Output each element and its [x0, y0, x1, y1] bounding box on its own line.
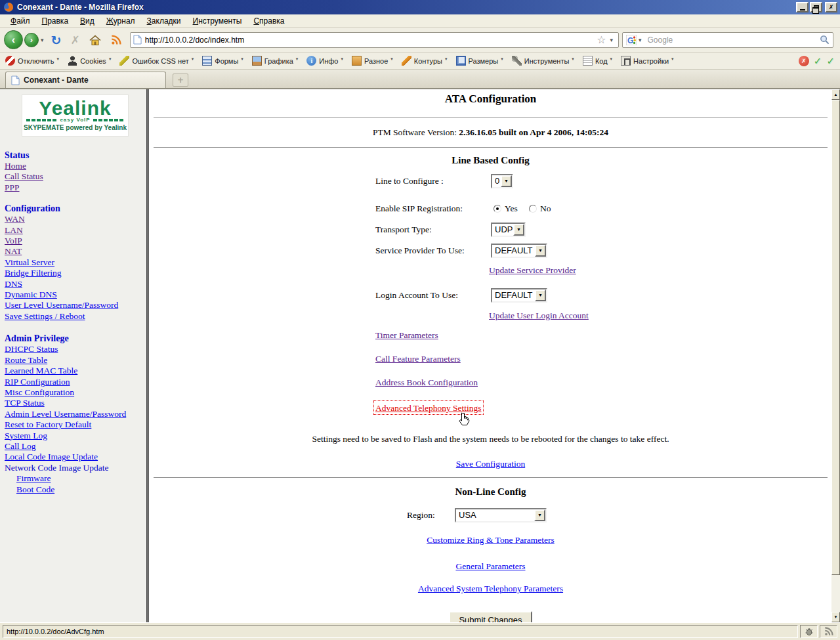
devbar-item-css-errors[interactable]: Ошибок CSS нет▾ [119, 56, 194, 66]
devbar-item-source[interactable]: Код▾ [583, 56, 612, 66]
devbar-item-misc[interactable]: Разное▾ [352, 56, 393, 66]
sidebar-item-route-table[interactable]: Route Table [5, 355, 146, 366]
sidebar-item-learned-mac-table[interactable]: Learned MAC Table [5, 366, 146, 376]
vertical-scrollbar[interactable]: ▲ ▼ [831, 89, 840, 622]
sidebar-item-boot-code[interactable]: Boot Code [16, 484, 146, 495]
restore-button[interactable] [810, 2, 822, 12]
menu-file[interactable]: Файл [6, 15, 35, 27]
sidebar-item-save-settings-reboot[interactable]: Save Settings / Reboot [5, 311, 146, 322]
region-select[interactable]: USA ▼ [455, 508, 547, 523]
sidebar-item-admin-level-password[interactable]: Admin Level Username/Password [5, 409, 146, 419]
devbar-item-images[interactable]: Графика▾ [252, 56, 298, 66]
advanced-system-telephony-link[interactable]: Advanced System Telephony Parameters [418, 584, 563, 593]
sidebar-item-call-status[interactable]: Call Status [5, 171, 146, 182]
new-tab-button[interactable]: + [173, 74, 188, 87]
devbar-item-resize[interactable]: Размеры▾ [456, 56, 503, 66]
scroll-down-button[interactable]: ▼ [831, 612, 840, 622]
sidebar-item-ppp[interactable]: PPP [5, 182, 146, 193]
url-dropdown-button[interactable]: ▾ [610, 37, 613, 43]
navigation-toolbar: ‹ › ▾ ↻ ✗ ☆ ▾ G ▾ [0, 28, 840, 53]
sidebar-item-call-log[interactable]: Call Log [5, 441, 146, 452]
menu-help[interactable]: Справка [249, 15, 289, 27]
submit-changes-button[interactable]: Submit Changes [449, 611, 532, 622]
menu-edit[interactable]: Правка [37, 15, 74, 27]
devbar-item-disable[interactable]: Отключить▾ [5, 56, 59, 66]
save-configuration-link[interactable]: Save Configuration [456, 459, 525, 469]
search-bar[interactable]: G ▾ [622, 32, 833, 48]
customize-ring-tone-link[interactable]: Customize Ring & Tone Parameters [427, 535, 555, 545]
magnifier-icon[interactable] [820, 35, 830, 45]
sidebar-item-tcp-status[interactable]: TCP Status [5, 398, 146, 408]
service-provider-select[interactable]: DEFAULT ▼ [491, 244, 547, 258]
sidebar-item-voip[interactable]: VoIP [5, 236, 146, 246]
location-bar[interactable]: ☆ ▾ [130, 32, 619, 48]
sidebar-item-dynamic-dns[interactable]: Dynamic DNS [5, 289, 146, 300]
sidebar-item-rip-configuration[interactable]: RIP Configuration [5, 377, 146, 387]
login-account-select[interactable]: DEFAULT ▼ [491, 288, 547, 303]
search-engine-dropdown[interactable]: ▾ [639, 37, 642, 43]
history-dropdown-button[interactable]: ▾ [41, 37, 44, 43]
sidebar-item-wan[interactable]: WAN [5, 214, 146, 224]
transport-type-select[interactable]: UDP ▼ [491, 223, 526, 237]
scrollbar-thumb[interactable] [831, 100, 840, 575]
sidebar-item-system-log[interactable]: System Log [5, 431, 146, 441]
sip-yes-radio[interactable] [494, 205, 501, 213]
devbar-item-forms[interactable]: Формы▾ [202, 56, 243, 66]
address-book-configuration-link[interactable]: Address Book Configuration [375, 377, 478, 388]
sidebar-item-reset-factory-default[interactable]: Reset to Factory Default [5, 419, 146, 430]
devbar-item-cookies[interactable]: Cookies▾ [68, 56, 111, 66]
update-service-provider-link[interactable]: Update Service Provider [489, 265, 576, 276]
restore-icon [814, 5, 819, 10]
menu-bookmarks[interactable]: Закладки [142, 15, 186, 27]
line-to-configure-select[interactable]: 0 ▼ [491, 174, 513, 188]
sip-no-label: No [540, 203, 551, 213]
url-input[interactable] [145, 35, 595, 45]
sip-no-radio[interactable] [529, 205, 537, 213]
menu-tools[interactable]: Инструменты [188, 15, 247, 27]
sidebar-item-lan[interactable]: LAN [5, 225, 146, 236]
devbar-item-options[interactable]: Настройки▾ [621, 56, 673, 66]
sidebar-item-local-code-image-update[interactable]: Local Code Image Update [5, 452, 146, 462]
menu-history[interactable]: Журнал [102, 15, 140, 27]
css-valid-icon[interactable]: ✓ [814, 55, 822, 67]
devbar-item-tools[interactable]: Инструменты▾ [512, 56, 574, 66]
sidebar-item-virtual-server[interactable]: Virtual Server [5, 257, 146, 268]
scroll-up-button[interactable]: ▲ [831, 89, 840, 100]
back-button[interactable]: ‹ [4, 30, 23, 49]
live-bookmarks-panel[interactable] [820, 625, 837, 638]
sidebar-item-home[interactable]: Home [5, 161, 146, 171]
bookmark-star-icon[interactable]: ☆ [597, 33, 606, 46]
submit-row: Submit Changes [150, 611, 831, 622]
menu-view[interactable]: Вид [75, 15, 99, 27]
firebug-panel[interactable] [800, 625, 818, 638]
js-valid-icon[interactable]: ✓ [826, 55, 835, 67]
home-button[interactable] [89, 34, 101, 46]
select-arrow-icon[interactable]: ▼ [534, 509, 545, 521]
close-button[interactable]: ✗ [825, 2, 837, 12]
select-arrow-icon[interactable]: ▼ [513, 224, 524, 236]
search-input[interactable] [648, 35, 820, 45]
sidebar-item-user-level-password[interactable]: User Level Username/Password [5, 300, 146, 310]
refresh-button[interactable]: ↻ [51, 33, 62, 47]
sidebar-item-firmware[interactable]: Firmware [16, 473, 146, 484]
sidebar-item-nat[interactable]: NAT [5, 246, 146, 257]
advanced-telephony-settings-link[interactable]: Advanced Telephony Settings [375, 403, 482, 413]
minimize-button[interactable] [796, 2, 808, 12]
general-parameters-link[interactable]: General Parameters [455, 561, 525, 571]
sidebar-item-bridge-filtering[interactable]: Bridge Filtering [5, 268, 146, 278]
select-arrow-icon[interactable]: ▼ [535, 289, 546, 301]
error-indicator-icon[interactable]: ✗ [799, 56, 809, 66]
rss-button[interactable] [110, 34, 122, 46]
timer-parameters-link[interactable]: Timer Parameters [375, 330, 438, 341]
select-arrow-icon[interactable]: ▼ [501, 175, 512, 187]
forward-button[interactable]: › [24, 33, 39, 47]
call-feature-parameters-link[interactable]: Call Feature Parameters [375, 354, 461, 364]
update-user-login-account-link[interactable]: Update User Login Account [489, 310, 589, 321]
sidebar-item-misc-configuration[interactable]: Misc Configuration [5, 387, 146, 398]
devbar-item-outline[interactable]: Контуры▾ [402, 56, 448, 66]
tab-conexant-dante[interactable]: Conexant - Dante [5, 72, 166, 88]
sidebar-item-dhcpc-status[interactable]: DHCPC Status [5, 344, 146, 354]
select-arrow-icon[interactable]: ▼ [535, 245, 546, 257]
sidebar-item-dns[interactable]: DNS [5, 279, 146, 289]
devbar-item-info[interactable]: Инфо▾ [306, 56, 343, 66]
